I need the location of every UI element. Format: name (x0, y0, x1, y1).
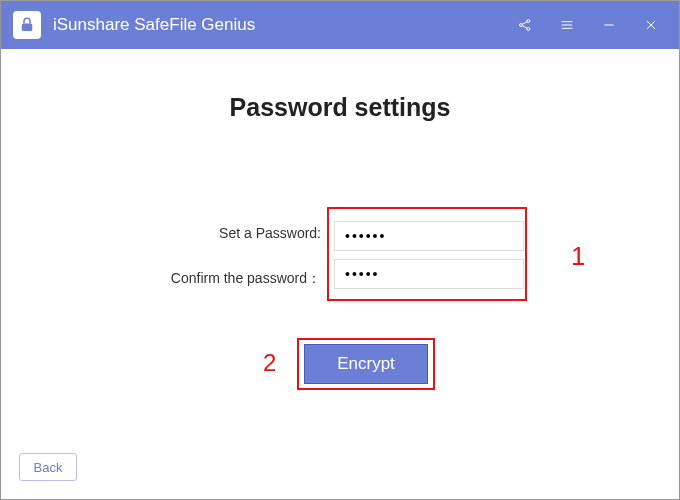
share-icon[interactable] (513, 13, 537, 37)
close-icon[interactable] (639, 13, 663, 37)
menu-icon[interactable] (555, 13, 579, 37)
page-title: Password settings (1, 93, 679, 122)
app-logo (13, 11, 41, 39)
confirm-password-label: Confirm the password： (121, 270, 321, 288)
password-fields-highlight (327, 207, 527, 301)
confirm-password-input[interactable] (334, 259, 524, 289)
set-password-input[interactable] (334, 221, 524, 251)
titlebar: iSunshare SafeFile Genius (1, 1, 679, 49)
annotation-1: 1 (571, 241, 585, 272)
encrypt-button-highlight: Encrypt (297, 338, 435, 390)
lock-icon (18, 16, 36, 34)
encrypt-button[interactable]: Encrypt (304, 344, 428, 384)
app-window: iSunshare SafeFile Genius Password setti… (0, 0, 680, 500)
page-body: Password settings Set a Password: Confir… (1, 49, 679, 499)
set-password-label: Set a Password: (121, 225, 321, 241)
svg-point-3 (527, 28, 530, 31)
window-controls (513, 13, 671, 37)
annotation-2: 2 (263, 349, 276, 377)
svg-point-1 (520, 24, 523, 27)
back-button[interactable]: Back (19, 453, 77, 481)
svg-point-2 (527, 20, 530, 23)
app-title: iSunshare SafeFile Genius (53, 15, 513, 35)
minimize-icon[interactable] (597, 13, 621, 37)
svg-rect-0 (22, 24, 33, 32)
